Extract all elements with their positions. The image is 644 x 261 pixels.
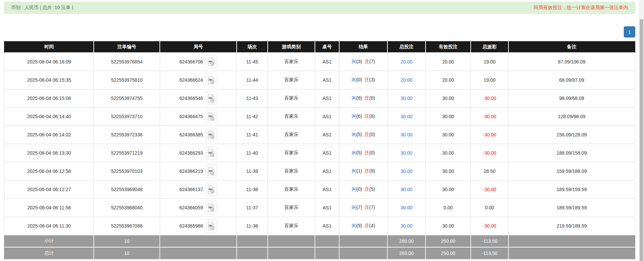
cell-total-bet: 30.00 — [388, 162, 426, 181]
cell-payout: -30.00 — [471, 144, 509, 162]
cell-payout: 19.00 — [471, 53, 509, 71]
cell-table-no: AS1 — [315, 199, 340, 217]
table-row: 2025-06-04 06:14:40 522553973710 6243664… — [4, 108, 635, 126]
cell-result: 闲(5)庄(0) — [340, 126, 388, 144]
cell-time: 2025-06-04 06:11:30 — [4, 217, 94, 235]
cell-session: 11-42 — [237, 108, 268, 126]
grand-total-total-bet: 280.00 — [388, 247, 426, 260]
cell-remark: 189.59/159.59 — [509, 181, 635, 199]
total-bet-link[interactable]: 30.00 — [401, 205, 412, 210]
video-replay-button[interactable] — [205, 92, 217, 105]
total-bet-link[interactable]: 30.00 — [401, 223, 412, 229]
round-number: 624366624 — [179, 77, 203, 83]
col-header-valid-bet: 有效投注 — [426, 41, 471, 53]
cell-remark: 128.09/98.09 — [509, 108, 635, 126]
cell-session: 11-45 — [237, 53, 268, 71]
video-replay-button[interactable] — [205, 201, 217, 214]
cell-time: 2025-06-04 06:12:58 — [4, 162, 94, 181]
cell-total-bet: 30.00 — [388, 144, 426, 162]
video-file-icon — [207, 203, 215, 212]
result-banker: 庄(0) — [364, 150, 375, 155]
result-player: 闲(6) — [352, 113, 362, 119]
grand-total-empty-game — [268, 247, 315, 260]
result-banker: 庄(7) — [364, 205, 375, 210]
cell-valid-bet: 30.00 — [426, 144, 471, 162]
cell-payout: -30.00 — [471, 217, 509, 235]
video-replay-button[interactable] — [205, 183, 217, 196]
cell-time: 2025-06-04 06:16:09 — [4, 53, 94, 71]
table-row: 2025-06-04 06:12:27 522553969048 6243661… — [4, 181, 635, 199]
result-player: 闲(5) — [352, 150, 362, 155]
cell-bet-id: 522553967088 — [94, 217, 160, 235]
total-bet-link[interactable]: 30.00 — [401, 150, 412, 156]
video-replay-button[interactable] — [205, 110, 217, 123]
video-replay-button[interactable] — [205, 55, 217, 69]
table-row: 2025-06-04 06:16:09 522553976854 6243667… — [4, 53, 635, 71]
cell-result: 闲(0)庄(5) — [340, 181, 388, 199]
vertical-scrollbar-track[interactable] — [639, 0, 644, 261]
cell-remark: 98.09/68.09 — [509, 89, 635, 108]
video-replay-button[interactable] — [205, 164, 217, 178]
cell-table-no: AS1 — [315, 71, 340, 89]
result-banker: 庄(7) — [364, 59, 375, 64]
cell-round-id: 624365988 — [160, 217, 237, 235]
cell-session: 11-37 — [237, 199, 268, 217]
cell-table-no: AS1 — [315, 126, 340, 144]
video-file-icon — [207, 185, 215, 194]
col-header-payout: 总派彩 — [471, 41, 509, 53]
total-bet-link[interactable]: 20.00 — [401, 77, 412, 83]
cell-table-no: AS1 — [315, 53, 340, 71]
vertical-scrollbar-thumb[interactable] — [640, 19, 643, 261]
cell-valid-bet: 30.00 — [426, 217, 471, 235]
video-replay-button[interactable] — [205, 73, 217, 87]
cell-session: 11-44 — [237, 71, 268, 89]
cell-bet-id: 522553975810 — [94, 71, 160, 89]
video-file-icon — [207, 221, 215, 230]
video-file-icon — [207, 167, 215, 176]
cell-time: 2025-06-04 06:14:02 — [4, 126, 94, 144]
pagination-page-1-button[interactable]: 1 — [624, 26, 635, 37]
grand-total-empty-table — [315, 247, 340, 260]
cell-round-id: 624366059 — [160, 199, 237, 217]
cell-round-id: 624366137 — [160, 181, 237, 199]
round-number: 624365988 — [179, 223, 203, 229]
cell-total-bet: 30.00 — [388, 217, 426, 235]
subtotal-label: 小计 — [4, 235, 94, 247]
cell-game-type: 百家乐 — [268, 89, 315, 108]
cell-valid-bet: 0.00 — [426, 199, 471, 217]
cell-total-bet: 30.00 — [388, 199, 426, 217]
total-bet-link[interactable]: 30.00 — [401, 132, 412, 137]
video-file-icon — [207, 57, 215, 66]
grand-total-count: 10 — [94, 247, 160, 260]
table-header: 时间 注单编号 局号 场次 游戏类别 桌号 结果 总投注 有效投注 总派彩 备注 — [4, 41, 635, 53]
total-bet-link[interactable]: 30.00 — [401, 114, 412, 119]
video-replay-button[interactable] — [205, 146, 217, 160]
round-number: 624366219 — [179, 168, 203, 174]
result-player: 闲(8) — [352, 95, 362, 101]
video-replay-button[interactable] — [205, 219, 217, 233]
grand-total-empty-remark — [509, 247, 635, 260]
total-bet-link[interactable]: 30.00 — [401, 187, 412, 192]
result-banker: 庄(4) — [364, 223, 375, 228]
round-number: 624366137 — [179, 187, 203, 192]
cell-payout: -30.00 — [471, 108, 509, 126]
subtotal-total-bet: 280.00 — [388, 235, 426, 247]
cell-payout: 19.00 — [471, 71, 509, 89]
video-replay-button[interactable] — [205, 128, 217, 141]
subtotal-row: 小计 10 280.00 250.00 -113.50 — [4, 235, 635, 247]
cell-remark: 87.09/106.09 — [509, 53, 635, 71]
cell-table-no: AS1 — [315, 181, 340, 199]
cell-round-id: 624366475 — [160, 108, 237, 126]
grand-total-empty-session — [237, 247, 268, 260]
total-bet-link[interactable]: 30.00 — [401, 168, 412, 174]
result-banker: 庄(0) — [364, 132, 375, 137]
total-bet-link[interactable]: 30.00 — [401, 96, 412, 101]
grand-total-payout: -113.50 — [471, 247, 509, 260]
cell-total-bet: 20.00 — [388, 71, 426, 89]
cell-payout: 0.00 — [471, 199, 509, 217]
cell-round-id: 624366624 — [160, 71, 237, 89]
total-bet-link[interactable]: 20.00 — [401, 59, 412, 64]
totals-tbody: 小计 10 280.00 250.00 -113.50 总计 10 280.00… — [4, 235, 635, 260]
cell-result: 闲(8)庄(0) — [340, 89, 388, 108]
cell-round-id: 624366293 — [160, 144, 237, 162]
